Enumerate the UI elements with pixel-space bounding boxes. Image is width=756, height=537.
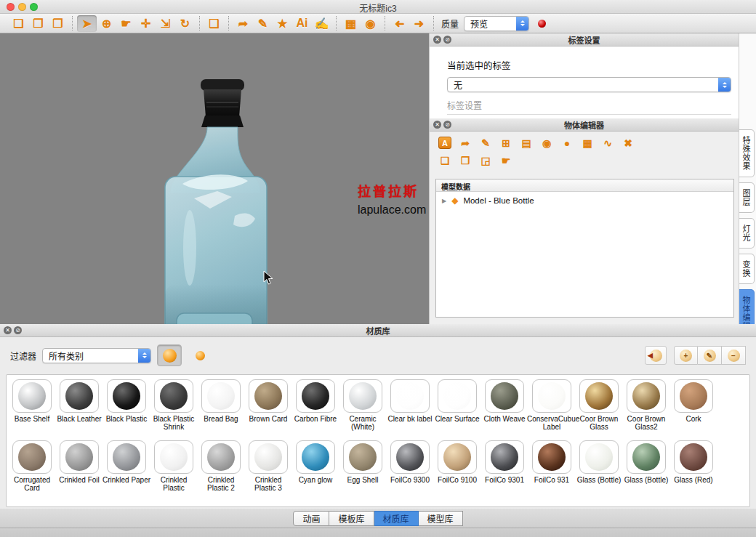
Black Plastic[interactable]: Black Plastic: [105, 379, 148, 432]
artwork-folder-button[interactable]: ✍: [312, 15, 331, 32]
select-tool-button[interactable]: ➤: [77, 15, 97, 32]
tab-template-library[interactable]: 模板库: [329, 511, 374, 526]
Coor Brown Glass2[interactable]: Coor Brown Glass2: [625, 379, 667, 432]
picker-add-button[interactable]: ☛: [499, 154, 512, 166]
FoilCo 9301[interactable]: FoilCo 9301: [483, 440, 526, 493]
Crinkled Plastic[interactable]: Crinkled Plastic: [153, 440, 195, 493]
zoom-tool-button[interactable]: ⊕: [97, 15, 116, 32]
Clear bk label[interactable]: Clear bk label: [389, 379, 431, 432]
filter-select[interactable]: 所有类别: [42, 348, 151, 363]
tab-material-library[interactable]: 材质库: [374, 511, 419, 526]
Carbon Fibre[interactable]: Carbon Fibre: [294, 379, 337, 432]
pan-tool-button[interactable]: ☛: [116, 15, 136, 32]
image-button[interactable]: ◲: [479, 154, 492, 166]
materials-button[interactable]: ◉: [540, 137, 553, 149]
tab-lights[interactable]: 灯光: [739, 218, 755, 249]
collapse-panel-button[interactable]: ⊘: [443, 36, 451, 44]
toolbar-separator: [336, 16, 337, 31]
artwork-image-button[interactable]: A: [438, 137, 451, 149]
render-image-button[interactable]: ▦: [341, 15, 361, 32]
Base Shelf[interactable]: Base Shelf: [11, 379, 53, 432]
action-glyph-icon: +: [684, 352, 688, 360]
quality-select[interactable]: 预览: [464, 16, 529, 31]
collapse-panel-button[interactable]: ⊘: [443, 121, 451, 129]
rotate-tool-button[interactable]: ↻: [175, 15, 195, 32]
new-document-button[interactable]: ❏: [9, 15, 28, 32]
ai-import-button[interactable]: Ai: [292, 15, 312, 32]
close-panel-button[interactable]: ✕: [433, 121, 441, 129]
FoilCo 9300[interactable]: FoilCo 9300: [389, 440, 431, 493]
material-view-small-button[interactable]: [188, 344, 212, 366]
Cloth Weave[interactable]: Cloth Weave: [483, 379, 526, 432]
viewport-3d[interactable]: [0, 33, 429, 324]
ConservaCubue Label[interactable]: ConservaCubue Label: [531, 379, 573, 432]
tab-transform[interactable]: 变换: [739, 254, 755, 284]
effects-button[interactable]: ★: [273, 15, 292, 32]
Black Plastic Shrink[interactable]: Black Plastic Shrink: [153, 379, 195, 432]
folder-button[interactable]: ❐: [459, 154, 472, 166]
redo-button[interactable]: ➜: [409, 15, 429, 32]
spline-button[interactable]: ∿: [601, 137, 614, 149]
move-tool-button[interactable]: ✛: [136, 15, 156, 32]
scale-tool-button[interactable]: ⇲: [156, 15, 175, 32]
edit-material-button[interactable]: ✎: [698, 346, 722, 365]
Crinkled Foil[interactable]: Crinkled Foil: [58, 440, 100, 493]
tab-layers[interactable]: 图层: [739, 182, 755, 213]
material-name: Cork: [669, 415, 718, 423]
panel-title: 标签设置: [430, 34, 739, 46]
material-view-large-button[interactable]: [157, 344, 182, 366]
undo-button[interactable]: ➜: [390, 15, 409, 32]
Crinkled Plastic 3[interactable]: Crinkled Plastic 3: [247, 440, 289, 493]
Glass (Red)[interactable]: Glass (Red): [672, 440, 715, 493]
close-panel-button[interactable]: ✕: [4, 326, 12, 334]
FoilCo 931[interactable]: FoilCo 931: [531, 440, 573, 493]
tab-special-effects[interactable]: 特殊效果: [739, 129, 755, 177]
toolbar-icon: ➦: [238, 17, 248, 31]
label-tool-button[interactable]: ➦: [233, 15, 253, 32]
delete-object-button[interactable]: ✖: [622, 137, 635, 149]
Brown Card[interactable]: Brown Card: [247, 379, 289, 432]
material-sphere-icon: [254, 443, 282, 471]
close-panel-button[interactable]: ✕: [433, 36, 441, 44]
quality-label: 质量: [441, 17, 459, 30]
edit-surface-button[interactable]: ✎: [479, 137, 492, 149]
Bread Bag[interactable]: Bread Bag: [200, 379, 242, 432]
FoilCo 9100[interactable]: FoilCo 9100: [436, 440, 478, 493]
fit-view-button[interactable]: ❑: [204, 15, 224, 32]
remove-material-button[interactable]: −: [722, 346, 746, 365]
Crinkled Plastic 2[interactable]: Crinkled Plastic 2: [200, 440, 242, 493]
Crinkled Paper[interactable]: Crinkled Paper: [105, 440, 148, 493]
material-sphere-icon: [18, 382, 46, 410]
Glass (Bottle)[interactable]: Glass (Bottle): [578, 440, 620, 493]
Glass (Bottle)[interactable]: Glass (Bottle): [625, 440, 667, 493]
Egg Shell[interactable]: Egg Shell: [342, 440, 384, 493]
tab-model-library[interactable]: 模型库: [419, 511, 463, 526]
save-button[interactable]: ❒: [48, 15, 68, 32]
add-material-button[interactable]: +: [674, 346, 698, 365]
label-tag-button[interactable]: ➦: [459, 137, 472, 149]
panel-button[interactable]: ▤: [520, 137, 533, 149]
Coor Brown Glass[interactable]: Coor Brown Glass: [578, 379, 620, 432]
Black Leather[interactable]: Black Leather: [58, 379, 100, 432]
tree-item-model[interactable]: ▶ ◆ Model - Blue Bottle: [436, 192, 733, 209]
current-label-select[interactable]: 无: [447, 77, 731, 92]
material-sphere-icon: [18, 443, 46, 471]
new-folder-button[interactable]: ❏: [438, 154, 451, 166]
open-file-button[interactable]: ❐: [28, 15, 48, 32]
apply-material-button[interactable]: ◀: [645, 346, 667, 365]
material-library-panel: ✕ ⊘ 材质库 过滤器 所有类别 ◀ +: [0, 324, 756, 509]
edit-artwork-button[interactable]: ✎: [253, 15, 273, 32]
sphere-material-button[interactable]: ●: [560, 137, 574, 149]
material-action-group: + ✎ −: [674, 346, 746, 365]
Ceramic (White)[interactable]: Ceramic (White): [342, 379, 384, 432]
add-object-button[interactable]: ⊞: [499, 137, 512, 149]
camera-snapshot-button[interactable]: ◉: [361, 15, 380, 32]
tab-animation[interactable]: 动画: [293, 511, 329, 526]
Cyan glow[interactable]: Cyan glow: [294, 440, 337, 493]
Clear Surface[interactable]: Clear Surface: [436, 379, 478, 432]
uv-map-button[interactable]: ▦: [581, 137, 594, 149]
disclosure-triangle-icon[interactable]: ▶: [442, 198, 446, 204]
Cork[interactable]: Cork: [672, 379, 715, 432]
Corrugated Card[interactable]: Corrugated Card: [11, 440, 53, 493]
collapse-panel-button[interactable]: ⊘: [14, 326, 22, 334]
